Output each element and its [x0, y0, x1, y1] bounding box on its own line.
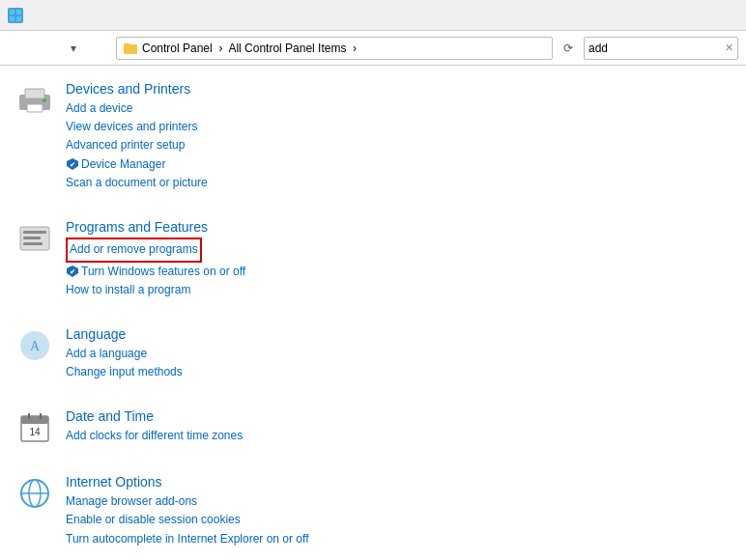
svg-rect-3 [16, 16, 21, 21]
link-advanced-printer-setup[interactable]: Advanced printer setup [66, 136, 731, 154]
svg-point-9 [43, 98, 46, 102]
link-enable-or-disable-session-cook[interactable]: Enable or disable session cookies [66, 511, 731, 529]
programs-features-icon [15, 219, 54, 258]
date-time-content: Date and TimeAdd clocks for different ti… [66, 408, 731, 445]
section-devices-printers: Devices and PrintersAdd a deviceView dev… [15, 73, 731, 192]
internet-options-title[interactable]: Internet Options [66, 474, 731, 490]
section-internet-options: Internet OptionsManage browser add-onsEn… [15, 466, 731, 548]
svg-rect-8 [27, 104, 43, 112]
breadcrumb: Control Panel › All Control Panel Items … [142, 42, 357, 55]
link-view-devices-and-printers[interactable]: View devices and printers [66, 118, 731, 136]
link-manage-browser-add-ons[interactable]: Manage browser add-ons [66, 492, 731, 511]
search-clear-button[interactable]: ✕ [725, 42, 733, 54]
link-add-a-language[interactable]: Add a language [66, 345, 731, 363]
svg-text:14: 14 [29, 427, 41, 437]
refresh-button[interactable]: ⟳ [557, 37, 580, 60]
address-path[interactable]: Control Panel › All Control Panel Items … [116, 37, 553, 60]
svg-rect-7 [25, 89, 44, 98]
link-scan-a-document-or-picture[interactable]: Scan a document or picture [66, 174, 731, 192]
link-turn-autocomplete-in-internet-[interactable]: Turn autocomplete in Internet Explorer o… [66, 530, 731, 548]
window-icon [8, 8, 23, 23]
language-title[interactable]: Language [66, 326, 731, 342]
link-turn-windows-features-on-or-of[interactable]: ✔Turn Windows features on or off [66, 263, 731, 281]
link-add-clocks-for-different-time-[interactable]: Add clocks for different time zones [66, 427, 731, 445]
close-button[interactable] [694, 0, 738, 31]
search-input[interactable] [588, 42, 721, 55]
link-change-input-methods[interactable]: Change input methods [66, 363, 731, 381]
dropdown-button[interactable]: ▾ [62, 37, 85, 60]
maximize-button[interactable] [649, 0, 694, 31]
link-add-or-remove-programs[interactable]: Add or remove programs [66, 238, 202, 263]
svg-rect-15 [23, 242, 43, 245]
svg-rect-21 [21, 416, 48, 424]
content-area: Devices and PrintersAdd a deviceView dev… [0, 66, 746, 560]
devices-printers-icon [15, 81, 54, 120]
date-time-title[interactable]: Date and Time [66, 408, 731, 424]
window-controls [605, 0, 738, 31]
minimize-button[interactable] [605, 0, 649, 31]
svg-text:✔: ✔ [70, 161, 75, 168]
link-add-a-device[interactable]: Add a device [66, 99, 731, 118]
section-language: A LanguageAdd a languageChange input met… [15, 319, 731, 381]
back-button[interactable] [8, 37, 31, 60]
link-device-manager[interactable]: ✔Device Manager [66, 155, 731, 174]
devices-printers-content: Devices and PrintersAdd a deviceView dev… [66, 81, 731, 192]
svg-rect-0 [10, 10, 14, 14]
date-time-icon: 14 [15, 408, 54, 447]
language-content: LanguageAdd a languageChange input metho… [66, 326, 731, 381]
up-button[interactable] [89, 37, 112, 60]
section-date-time: 14 Date and TimeAdd clocks for different… [15, 401, 731, 447]
svg-rect-2 [10, 16, 14, 21]
svg-text:A: A [30, 339, 41, 353]
internet-options-icon [15, 474, 54, 513]
programs-features-title[interactable]: Programs and Features [66, 219, 731, 235]
section-programs-features: Programs and FeaturesAdd or remove progr… [15, 211, 731, 299]
search-box[interactable]: ✕ [584, 37, 738, 60]
devices-printers-title[interactable]: Devices and Printers [66, 81, 731, 97]
link-how-to-install-a-program[interactable]: How to install a program [66, 281, 731, 299]
address-bar: ▾ Control Panel › All Control Panel Item… [0, 31, 746, 66]
svg-rect-5 [124, 43, 129, 46]
svg-rect-13 [23, 231, 46, 234]
internet-options-content: Internet OptionsManage browser add-onsEn… [66, 474, 731, 548]
main-area: Devices and PrintersAdd a deviceView dev… [0, 66, 746, 560]
title-bar [0, 0, 746, 31]
language-icon: A [15, 326, 54, 365]
svg-rect-1 [16, 10, 21, 14]
forward-button[interactable] [35, 37, 58, 60]
programs-features-content: Programs and FeaturesAdd or remove progr… [66, 219, 731, 299]
folder-icon [123, 41, 138, 56]
svg-rect-14 [23, 237, 41, 239]
svg-text:✔: ✔ [70, 268, 75, 275]
